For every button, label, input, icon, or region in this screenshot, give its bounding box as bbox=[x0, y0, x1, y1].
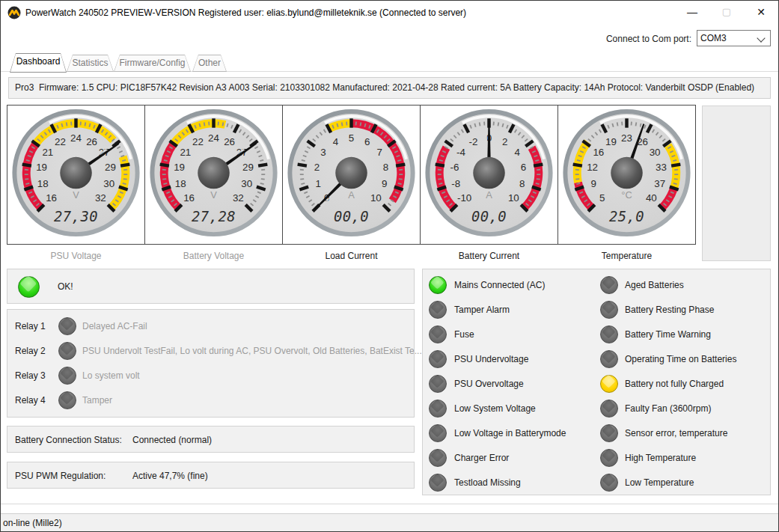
status-bar: on-line (Mille2) bbox=[1, 513, 778, 532]
svg-text:21: 21 bbox=[42, 147, 53, 158]
indicator-led bbox=[429, 400, 447, 418]
svg-text:30: 30 bbox=[650, 147, 661, 158]
svg-text:A: A bbox=[486, 189, 492, 201]
device-info-bar: Pro3 Firmware: 1.5 CPU: PIC18F57K42 Revi… bbox=[8, 77, 771, 99]
svg-text:-6: -6 bbox=[450, 162, 459, 173]
indicator-led bbox=[429, 276, 447, 294]
tab-statistics[interactable]: Statistics bbox=[67, 55, 114, 72]
svg-text:29: 29 bbox=[242, 162, 254, 173]
svg-text:8: 8 bbox=[519, 178, 525, 189]
svg-text:16: 16 bbox=[183, 192, 195, 204]
relay-led bbox=[58, 317, 76, 335]
svg-text:-4: -4 bbox=[456, 147, 465, 158]
battery-connection-label: Battery Connection Status: bbox=[15, 435, 122, 445]
relay-led bbox=[58, 342, 76, 360]
maximize-button[interactable]: ▢ bbox=[709, 1, 744, 25]
indicator-label: High Temperature bbox=[625, 453, 696, 463]
com-port-select[interactable]: COM3 bbox=[697, 30, 771, 46]
svg-text:6: 6 bbox=[364, 136, 370, 147]
svg-text:10: 10 bbox=[508, 192, 519, 204]
indicator-led bbox=[600, 400, 618, 418]
svg-text:00,0: 00,0 bbox=[471, 209, 507, 224]
relay-description: Tamper bbox=[82, 395, 112, 406]
svg-text:22: 22 bbox=[192, 136, 204, 147]
svg-text:26: 26 bbox=[86, 136, 97, 147]
tab-firmware-config[interactable]: Firmware/Config bbox=[114, 55, 191, 72]
battery-connection-value: Connected (normal) bbox=[132, 435, 212, 445]
indicator-led bbox=[600, 474, 618, 492]
tab-other[interactable]: Other bbox=[192, 55, 227, 72]
relay-name: Relay 4 bbox=[15, 395, 46, 406]
tab-label: Dashboard bbox=[10, 54, 66, 72]
svg-text:27,28: 27,28 bbox=[192, 209, 236, 224]
svg-text:27,30: 27,30 bbox=[54, 209, 98, 224]
indicator-led bbox=[600, 276, 618, 294]
svg-text:40: 40 bbox=[646, 192, 657, 204]
svg-text:5: 5 bbox=[599, 192, 605, 204]
svg-text:V: V bbox=[210, 189, 217, 201]
indicator-label: Low Temperature bbox=[625, 477, 694, 488]
svg-text:19: 19 bbox=[174, 162, 185, 173]
svg-text:24: 24 bbox=[70, 132, 82, 144]
svg-text:18: 18 bbox=[37, 178, 49, 189]
relay-led bbox=[58, 391, 76, 409]
gauge-label-load-current: Load Current bbox=[282, 251, 421, 261]
gauge-cell-temperature: 59121619232630333740°C25,0 bbox=[557, 105, 696, 245]
indicator-label: PSU Overvoltage bbox=[454, 379, 524, 389]
svg-text:°C: °C bbox=[621, 189, 632, 201]
minimize-button[interactable]: — bbox=[675, 1, 709, 25]
indicator-led bbox=[429, 424, 447, 442]
relay-description: Delayed AC-Fail bbox=[82, 321, 147, 331]
indicator-led bbox=[600, 449, 618, 467]
gauge-psu-voltage: 1618192122242627293032V27,30 bbox=[7, 106, 144, 244]
svg-text:29: 29 bbox=[105, 162, 116, 173]
svg-text:24: 24 bbox=[208, 132, 219, 144]
indicator-led bbox=[429, 474, 447, 492]
indicator-label: Tamper Alarm bbox=[454, 305, 510, 315]
indicator-label: Operating Time on Batteries bbox=[625, 354, 736, 364]
tab-dashboard[interactable]: Dashboard bbox=[10, 53, 67, 73]
gauge-cell-load-current: 012345678910A00,0 bbox=[282, 105, 421, 245]
svg-text:19: 19 bbox=[605, 136, 617, 147]
relay-description: Lo system volt bbox=[82, 370, 140, 381]
close-button[interactable]: ✕ bbox=[744, 1, 778, 25]
app-logo-icon bbox=[7, 6, 21, 19]
svg-text:33: 33 bbox=[656, 162, 667, 173]
svg-text:9: 9 bbox=[382, 178, 387, 189]
svg-text:22: 22 bbox=[55, 136, 66, 147]
gauge-load-current: 012345678910A00,0 bbox=[283, 106, 420, 244]
svg-text:5: 5 bbox=[349, 132, 354, 144]
svg-text:18: 18 bbox=[175, 178, 186, 189]
relay-name: Relay 1 bbox=[15, 321, 46, 331]
svg-text:-2: -2 bbox=[468, 136, 477, 147]
indicator-label: Faulty Fan (3600rpm) bbox=[625, 403, 711, 414]
battery-connection-panel: Battery Connection Status: Connected (no… bbox=[7, 426, 415, 453]
separator-line bbox=[1, 504, 778, 504]
svg-text:-8: -8 bbox=[451, 178, 460, 189]
indicator-led bbox=[600, 325, 618, 343]
tab-label: Other bbox=[193, 55, 226, 71]
svg-text:4: 4 bbox=[514, 147, 520, 158]
gauge-label-temperature: Temperature bbox=[557, 251, 696, 261]
svg-text:21: 21 bbox=[180, 147, 191, 158]
svg-text:3: 3 bbox=[320, 147, 326, 158]
gauge-label-battery-voltage: Battery Voltage bbox=[144, 251, 283, 261]
svg-text:7: 7 bbox=[376, 147, 382, 158]
indicator-led bbox=[429, 375, 447, 393]
relay-description: PSU Undervolt TestFail, Lo volt during A… bbox=[82, 346, 422, 356]
svg-text:4: 4 bbox=[333, 136, 339, 147]
indicator-label: Battery not fully Charged bbox=[625, 379, 724, 389]
relay-name: Relay 3 bbox=[15, 370, 46, 381]
indicator-label: Fuse bbox=[454, 329, 474, 340]
indicator-led bbox=[600, 350, 618, 368]
gauge-label-psu-voltage: PSU Voltage bbox=[7, 251, 145, 261]
indicator-led bbox=[600, 301, 618, 319]
psu-pwm-label: PSU PWM Regulation: bbox=[15, 471, 106, 481]
svg-text:9: 9 bbox=[591, 178, 596, 189]
relay-panel: Relay 1Delayed AC-FailRelay 2PSU Undervo… bbox=[7, 309, 415, 418]
gauge-temperature: 59121619232630333740°C25,0 bbox=[558, 106, 695, 244]
indicator-led bbox=[429, 449, 447, 467]
svg-text:16: 16 bbox=[46, 192, 57, 204]
svg-text:1: 1 bbox=[316, 178, 321, 189]
relay-name: Relay 2 bbox=[15, 346, 46, 356]
